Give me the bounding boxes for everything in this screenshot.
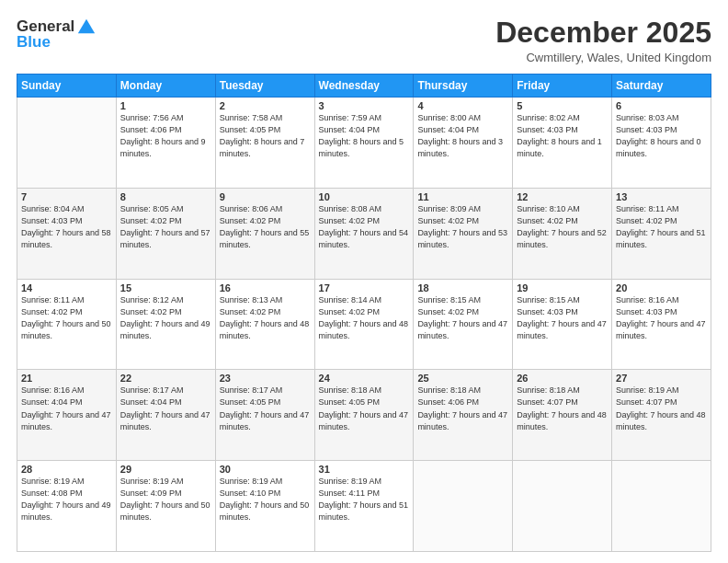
col-sunday: Sunday — [17, 75, 117, 98]
table-row: 7Sunrise: 8:04 AM Sunset: 4:03 PM Daylig… — [17, 188, 117, 279]
table-row — [17, 98, 117, 189]
day-number: 9 — [220, 191, 311, 202]
table-row: 13Sunrise: 8:11 AM Sunset: 4:02 PM Dayli… — [612, 188, 711, 279]
day-number: 22 — [120, 373, 211, 384]
table-row — [513, 461, 612, 552]
calendar-week-row: 21Sunrise: 8:16 AM Sunset: 4:04 PM Dayli… — [17, 370, 711, 461]
day-info: Sunrise: 7:59 AM Sunset: 4:04 PM Dayligh… — [319, 112, 410, 160]
day-info: Sunrise: 8:11 AM Sunset: 4:02 PM Dayligh… — [616, 203, 707, 251]
table-row: 2Sunrise: 7:58 AM Sunset: 4:05 PM Daylig… — [215, 98, 314, 189]
day-number: 7 — [21, 191, 112, 202]
day-info: Sunrise: 8:19 AM Sunset: 4:07 PM Dayligh… — [616, 385, 707, 432]
day-number: 6 — [616, 100, 707, 111]
day-number: 14 — [21, 282, 112, 293]
day-info: Sunrise: 7:56 AM Sunset: 4:06 PM Dayligh… — [120, 112, 211, 160]
logo-blue: Blue — [17, 33, 51, 52]
day-number: 30 — [220, 464, 311, 475]
day-info: Sunrise: 8:10 AM Sunset: 4:02 PM Dayligh… — [517, 203, 608, 251]
table-row: 27Sunrise: 8:19 AM Sunset: 4:07 PM Dayli… — [612, 370, 711, 461]
month-title: December 2025 — [495, 17, 711, 49]
day-info: Sunrise: 8:09 AM Sunset: 4:02 PM Dayligh… — [417, 203, 508, 251]
day-number: 23 — [220, 373, 311, 384]
col-monday: Monday — [116, 75, 215, 98]
day-info: Sunrise: 8:13 AM Sunset: 4:02 PM Dayligh… — [220, 294, 311, 342]
table-row — [414, 461, 513, 552]
table-row: 23Sunrise: 8:17 AM Sunset: 4:05 PM Dayli… — [215, 370, 314, 461]
table-row: 5Sunrise: 8:02 AM Sunset: 4:03 PM Daylig… — [513, 98, 612, 189]
day-info: Sunrise: 8:16 AM Sunset: 4:03 PM Dayligh… — [616, 294, 707, 342]
table-row: 30Sunrise: 8:19 AM Sunset: 4:10 PM Dayli… — [215, 461, 314, 552]
table-row: 20Sunrise: 8:16 AM Sunset: 4:03 PM Dayli… — [612, 279, 711, 370]
day-number: 27 — [616, 373, 707, 384]
calendar-week-row: 7Sunrise: 8:04 AM Sunset: 4:03 PM Daylig… — [17, 188, 711, 279]
day-info: Sunrise: 8:19 AM Sunset: 4:08 PM Dayligh… — [21, 476, 112, 523]
day-number: 13 — [616, 191, 707, 202]
day-info: Sunrise: 8:02 AM Sunset: 4:03 PM Dayligh… — [517, 112, 608, 160]
day-number: 20 — [616, 282, 707, 293]
day-number: 16 — [220, 282, 311, 293]
day-number: 8 — [120, 191, 211, 202]
day-number: 18 — [417, 282, 508, 293]
day-info: Sunrise: 8:08 AM Sunset: 4:02 PM Dayligh… — [319, 203, 410, 251]
day-number: 5 — [517, 100, 608, 111]
day-info: Sunrise: 8:11 AM Sunset: 4:02 PM Dayligh… — [21, 294, 112, 342]
table-row: 10Sunrise: 8:08 AM Sunset: 4:02 PM Dayli… — [314, 188, 414, 279]
day-number: 2 — [220, 100, 311, 111]
day-number: 28 — [21, 464, 112, 475]
table-row: 29Sunrise: 8:19 AM Sunset: 4:09 PM Dayli… — [116, 461, 215, 552]
day-info: Sunrise: 8:05 AM Sunset: 4:02 PM Dayligh… — [120, 203, 211, 251]
day-number: 26 — [517, 373, 608, 384]
day-number: 25 — [417, 373, 508, 384]
day-number: 11 — [417, 191, 508, 202]
table-row — [612, 461, 711, 552]
day-info: Sunrise: 8:19 AM Sunset: 4:10 PM Dayligh… — [220, 476, 311, 523]
col-saturday: Saturday — [612, 75, 711, 98]
table-row: 6Sunrise: 8:03 AM Sunset: 4:03 PM Daylig… — [612, 98, 711, 189]
table-row: 25Sunrise: 8:18 AM Sunset: 4:06 PM Dayli… — [414, 370, 513, 461]
day-info: Sunrise: 8:15 AM Sunset: 4:03 PM Dayligh… — [517, 294, 608, 342]
day-number: 31 — [319, 464, 410, 475]
day-number: 12 — [517, 191, 608, 202]
table-row: 4Sunrise: 8:00 AM Sunset: 4:04 PM Daylig… — [414, 98, 513, 189]
header: General Blue December 2025 Cwmtillery, W… — [17, 17, 711, 64]
day-number: 19 — [517, 282, 608, 293]
table-row: 26Sunrise: 8:18 AM Sunset: 4:07 PM Dayli… — [513, 370, 612, 461]
calendar-week-row: 28Sunrise: 8:19 AM Sunset: 4:08 PM Dayli… — [17, 461, 711, 552]
day-number: 29 — [120, 464, 211, 475]
logo: General Blue — [17, 17, 97, 52]
table-row: 22Sunrise: 8:17 AM Sunset: 4:04 PM Dayli… — [116, 370, 215, 461]
table-row: 11Sunrise: 8:09 AM Sunset: 4:02 PM Dayli… — [414, 188, 513, 279]
calendar-header-row: Sunday Monday Tuesday Wednesday Thursday… — [17, 75, 711, 98]
day-info: Sunrise: 8:00 AM Sunset: 4:04 PM Dayligh… — [417, 112, 508, 160]
day-info: Sunrise: 8:14 AM Sunset: 4:02 PM Dayligh… — [319, 294, 410, 342]
table-row: 28Sunrise: 8:19 AM Sunset: 4:08 PM Dayli… — [17, 461, 117, 552]
table-row: 21Sunrise: 8:16 AM Sunset: 4:04 PM Dayli… — [17, 370, 117, 461]
calendar-week-row: 14Sunrise: 8:11 AM Sunset: 4:02 PM Dayli… — [17, 279, 711, 370]
day-info: Sunrise: 8:03 AM Sunset: 4:03 PM Dayligh… — [616, 112, 707, 160]
table-row: 1Sunrise: 7:56 AM Sunset: 4:06 PM Daylig… — [116, 98, 215, 189]
location: Cwmtillery, Wales, United Kingdom — [495, 51, 711, 64]
day-info: Sunrise: 8:18 AM Sunset: 4:05 PM Dayligh… — [319, 385, 410, 432]
day-number: 15 — [120, 282, 211, 293]
day-info: Sunrise: 8:19 AM Sunset: 4:11 PM Dayligh… — [319, 476, 410, 523]
day-number: 17 — [319, 282, 410, 293]
table-row: 16Sunrise: 8:13 AM Sunset: 4:02 PM Dayli… — [215, 279, 314, 370]
day-info: Sunrise: 8:06 AM Sunset: 4:02 PM Dayligh… — [220, 203, 311, 251]
table-row: 9Sunrise: 8:06 AM Sunset: 4:02 PM Daylig… — [215, 188, 314, 279]
table-row: 12Sunrise: 8:10 AM Sunset: 4:02 PM Dayli… — [513, 188, 612, 279]
table-row: 15Sunrise: 8:12 AM Sunset: 4:02 PM Dayli… — [116, 279, 215, 370]
day-number: 3 — [319, 100, 410, 111]
calendar-week-row: 1Sunrise: 7:56 AM Sunset: 4:06 PM Daylig… — [17, 98, 711, 189]
table-row: 3Sunrise: 7:59 AM Sunset: 4:04 PM Daylig… — [314, 98, 414, 189]
col-tuesday: Tuesday — [215, 75, 314, 98]
day-info: Sunrise: 8:18 AM Sunset: 4:07 PM Dayligh… — [517, 385, 608, 432]
day-number: 1 — [120, 100, 211, 111]
title-block: December 2025 Cwmtillery, Wales, United … — [495, 17, 711, 64]
day-info: Sunrise: 8:04 AM Sunset: 4:03 PM Dayligh… — [21, 203, 112, 251]
col-friday: Friday — [513, 75, 612, 98]
calendar-page: General Blue December 2025 Cwmtillery, W… — [0, 0, 728, 563]
table-row: 19Sunrise: 8:15 AM Sunset: 4:03 PM Dayli… — [513, 279, 612, 370]
day-info: Sunrise: 8:19 AM Sunset: 4:09 PM Dayligh… — [120, 476, 211, 523]
day-number: 10 — [319, 191, 410, 202]
table-row: 8Sunrise: 8:05 AM Sunset: 4:02 PM Daylig… — [116, 188, 215, 279]
